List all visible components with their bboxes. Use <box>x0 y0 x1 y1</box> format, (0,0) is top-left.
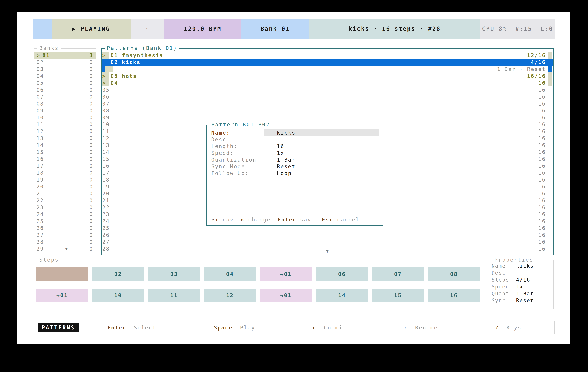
bank-row[interactable]: 090 <box>34 107 96 114</box>
bank-row[interactable]: 030 <box>34 66 96 72</box>
step-cell[interactable]: 15 <box>372 289 424 302</box>
pattern-row[interactable]: 0616 <box>102 93 553 100</box>
patterns-scrollbar-track[interactable] <box>548 162 552 169</box>
patterns-scrollbar-track[interactable] <box>548 183 552 190</box>
bank-row[interactable]: 170 <box>34 162 96 169</box>
pattern-row[interactable]: 2616 <box>102 231 553 238</box>
step-cell[interactable]: 02 <box>92 267 144 281</box>
pattern-row[interactable]: 02 kicks4/16 <box>102 59 553 66</box>
patterns-scrollbar-track[interactable] <box>548 114 552 121</box>
patterns-scrollbar-track[interactable] <box>548 155 552 162</box>
bank-row[interactable]: >013 <box>34 52 96 59</box>
step-cell[interactable]: 04 <box>204 267 256 281</box>
step-cell[interactable]: 07 <box>372 267 424 281</box>
bank-row[interactable]: 180 <box>34 169 96 176</box>
bank-pattern-count: 0 <box>89 108 93 114</box>
patterns-scrollbar-track[interactable] <box>548 225 552 231</box>
pattern-row[interactable]: >0416 <box>102 80 553 86</box>
patterns-scrollbar-track[interactable] <box>548 204 552 211</box>
bank-row[interactable]: 040 <box>34 72 96 80</box>
patterns-scrollbar-thumb[interactable] <box>548 72 552 80</box>
bank-row[interactable]: 270 <box>34 231 96 238</box>
patterns-scrollbar-thumb[interactable] <box>548 66 552 72</box>
patterns-scrollbar-track[interactable] <box>548 93 552 100</box>
patterns-scrollbar-track[interactable] <box>548 128 552 135</box>
bank-row[interactable]: 210 <box>34 190 96 197</box>
step-cell[interactable]: 06 <box>316 267 368 281</box>
step-cell[interactable]: 12 <box>204 289 256 302</box>
step-cell-trigger[interactable]: →01 <box>260 267 312 281</box>
bank-row[interactable]: 280 <box>34 238 96 245</box>
property-row: SyncReset <box>492 297 553 304</box>
bank-row[interactable]: 060 <box>34 86 96 93</box>
bank-row[interactable]: 130 <box>34 135 96 142</box>
patterns-scrollbar-track[interactable] <box>548 190 552 197</box>
bank-row[interactable]: 110 <box>34 121 96 128</box>
patterns-scrollbar-thumb[interactable] <box>548 80 552 86</box>
modal-field-row[interactable]: Follow Up:Loop <box>211 170 380 177</box>
bank-row[interactable]: 260 <box>34 225 96 231</box>
patterns-scrollbar-track[interactable] <box>548 142 552 149</box>
patterns-scrollbar-track[interactable] <box>548 245 552 252</box>
step-cell[interactable]: 03 <box>148 267 200 281</box>
step-cell[interactable]: 11 <box>148 289 200 302</box>
patterns-scrollbar-thumb[interactable] <box>548 59 552 66</box>
patterns-scrollbar-track[interactable] <box>548 86 552 93</box>
patterns-scrollbar-track[interactable] <box>548 121 552 128</box>
pattern-row[interactable]: >03 hats16/16 <box>102 72 553 80</box>
patterns-scrollbar-thumb[interactable] <box>548 52 552 59</box>
step-cell[interactable]: 16 <box>428 289 480 302</box>
patterns-scrollbar-track[interactable] <box>548 176 552 183</box>
bank-row[interactable]: 120 <box>34 128 96 135</box>
bank-row[interactable]: 220 <box>34 197 96 204</box>
bank-row[interactable]: 140 <box>34 142 96 149</box>
patterns-scrollbar-track[interactable] <box>548 197 552 204</box>
modal-field-row[interactable]: Sync Mode:Reset <box>211 163 380 170</box>
bank-row[interactable]: 29▼0 <box>34 245 96 252</box>
bank-row[interactable]: 160 <box>34 155 96 162</box>
bank-row[interactable]: 100 <box>34 114 96 121</box>
bank-pattern-count: 0 <box>89 101 93 107</box>
pattern-row[interactable]: 0716 <box>102 100 553 107</box>
bank-row[interactable]: 190 <box>34 176 96 183</box>
patterns-scrollbar-track[interactable] <box>548 149 552 155</box>
bank-row[interactable]: 200 <box>34 183 96 190</box>
bank-row[interactable]: 070 <box>34 93 96 100</box>
step-cell[interactable]: 10 <box>92 289 144 302</box>
pattern-row[interactable]: 0516 <box>102 86 553 93</box>
bank-row[interactable]: 250 <box>34 218 96 225</box>
step-cell[interactable]: 08 <box>428 267 480 281</box>
bank-row[interactable]: 020 <box>34 59 96 66</box>
pattern-row[interactable]: 0916 <box>102 114 553 121</box>
modal-field-row[interactable]: Name:kicks <box>211 129 380 136</box>
modal-field-value-input[interactable]: kicks <box>263 129 379 136</box>
step-cell-playhead[interactable] <box>36 267 88 281</box>
pattern-row[interactable]: >01 fmsynthesis12/16 <box>102 52 553 59</box>
patterns-scrollbar-track[interactable] <box>548 100 552 107</box>
step-cell-trigger[interactable]: →01 <box>36 289 88 302</box>
patterns-scrollbar-track[interactable] <box>548 135 552 142</box>
patterns-scrollbar-track[interactable] <box>548 211 552 218</box>
modal-field-row[interactable]: Quantization:1 Bar <box>211 156 380 163</box>
patterns-scrollbar-track[interactable] <box>548 218 552 225</box>
bank-row[interactable]: 230 <box>34 204 96 211</box>
modal-key-hint: Esc cancel <box>322 217 359 223</box>
modal-field-row[interactable]: Desc: <box>211 136 380 143</box>
modal-field-row[interactable]: Speed:1x <box>211 150 380 156</box>
pattern-step-count: 16 <box>538 149 546 155</box>
bank-row[interactable]: 240 <box>34 211 96 218</box>
properties-list: NamekicksDesc-Steps4/16Speed1xQuant1 Bar… <box>489 260 553 304</box>
bank-row[interactable]: 050 <box>34 80 96 86</box>
pattern-step-count: 16 <box>538 128 546 134</box>
pattern-row[interactable]: 2716 <box>102 238 553 245</box>
patterns-scrollbar-track[interactable] <box>548 169 552 176</box>
bank-row[interactable]: 080 <box>34 100 96 107</box>
patterns-scrollbar-track[interactable] <box>548 231 552 238</box>
modal-field-row[interactable]: Length:16 <box>211 143 380 150</box>
step-cell-trigger[interactable]: →01 <box>260 289 312 302</box>
patterns-scrollbar-track[interactable] <box>548 107 552 114</box>
pattern-row[interactable]: 0816 <box>102 107 553 114</box>
patterns-scrollbar-track[interactable] <box>548 238 552 245</box>
step-cell[interactable]: 14 <box>316 289 368 302</box>
bank-row[interactable]: 150 <box>34 149 96 155</box>
